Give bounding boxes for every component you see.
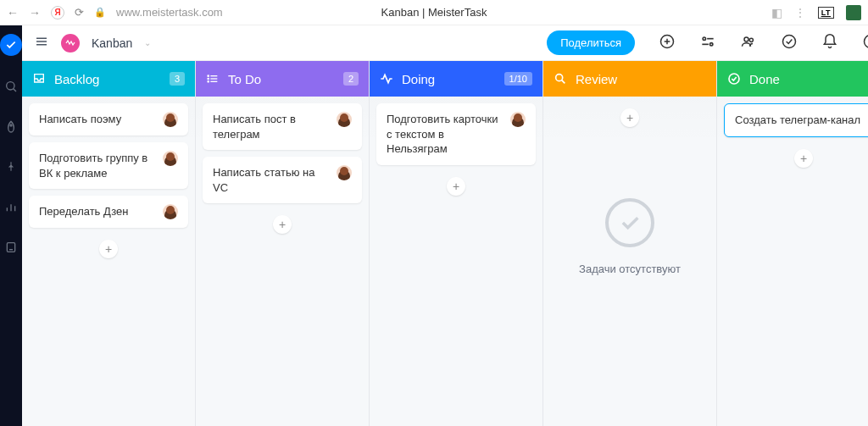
inbox-icon	[32, 72, 46, 86]
svg-point-20	[749, 38, 753, 41]
column-title: To Do	[228, 72, 261, 86]
bookmark-icon[interactable]: ◧	[771, 6, 782, 19]
bell-icon[interactable]	[821, 33, 838, 53]
column-header[interactable]: Done	[717, 61, 868, 97]
add-card-button[interactable]: +	[447, 177, 465, 196]
svg-point-21	[783, 35, 796, 47]
svg-point-30	[556, 75, 563, 81]
task-card[interactable]: Написать пост в телеграм	[203, 103, 362, 150]
topbar: Kanban ⌄ Поделиться	[22, 25, 868, 61]
browser-back-icon[interactable]: ←	[7, 6, 19, 19]
app-sidebar	[0, 25, 22, 426]
reload-icon[interactable]: ⟳	[75, 6, 84, 19]
svg-line-1	[14, 89, 16, 91]
add-card-button[interactable]: +	[273, 215, 292, 234]
svg-rect-7	[7, 243, 14, 252]
lock-icon: 🔒	[94, 7, 106, 18]
column-header[interactable]: Backlog 3	[22, 61, 195, 97]
browser-forward-icon[interactable]: →	[29, 6, 41, 19]
column-title: Backlog	[54, 72, 99, 86]
app-logo-icon[interactable]	[0, 34, 22, 56]
assignee-avatar	[510, 112, 526, 127]
svg-point-2	[10, 124, 12, 126]
add-card-button[interactable]: +	[794, 149, 813, 168]
svg-point-19	[744, 37, 748, 41]
check-circle-icon[interactable]	[781, 33, 798, 53]
add-icon[interactable]	[659, 33, 676, 53]
check-circle-icon	[727, 72, 741, 86]
notes-icon[interactable]	[4, 241, 18, 257]
task-card[interactable]: Подготовить карточки с текстом в Нельзяг…	[376, 103, 536, 165]
address-bar[interactable]: www.meistertask.com	[116, 6, 223, 19]
column-backlog: Backlog 3 Написать поэму Подготовить гру…	[22, 61, 196, 426]
svg-point-22	[865, 35, 869, 47]
list-icon	[206, 72, 220, 86]
add-card-button[interactable]: +	[99, 240, 118, 258]
column-header[interactable]: To Do 2	[196, 61, 369, 97]
task-card[interactable]: Переделать Дзен	[29, 196, 188, 228]
browser-bar: ← → Я ⟳ 🔒 www.meistertask.com Kanban | M…	[0, 0, 868, 25]
help-icon[interactable]	[862, 33, 868, 53]
svg-point-17	[710, 42, 713, 45]
members-icon[interactable]	[740, 33, 757, 53]
svg-line-31	[562, 80, 565, 84]
automations-icon[interactable]	[699, 33, 716, 53]
task-card[interactable]: Написать статью на VC	[203, 157, 362, 203]
column-count: 2	[343, 72, 359, 86]
svg-point-0	[7, 82, 14, 90]
search-icon	[554, 72, 567, 86]
pin-icon[interactable]	[5, 161, 17, 176]
browser-menu-icon[interactable]: ⋮	[794, 6, 806, 19]
assignee-avatar	[163, 204, 178, 219]
hamburger-icon[interactable]	[34, 34, 49, 53]
assignee-avatar	[337, 112, 352, 127]
share-button[interactable]: Поделиться	[547, 30, 635, 55]
svg-point-28	[208, 78, 209, 79]
column-done: Done Создать телеграм-канал +	[717, 61, 868, 426]
pulse-icon	[380, 72, 393, 86]
column-header[interactable]: Doing 1/10	[370, 61, 542, 97]
svg-point-15	[703, 37, 705, 40]
page-title: Kanban | MeisterTask	[381, 6, 487, 19]
empty-state: Задачи отсутствуют	[550, 139, 709, 419]
column-count: 3	[170, 72, 185, 86]
task-card[interactable]: Создать телеграм-канал	[724, 103, 868, 137]
project-avatar-icon[interactable]	[61, 34, 80, 53]
extension-lt[interactable]: LT	[818, 7, 834, 19]
task-card[interactable]: Написать поэму	[29, 103, 188, 136]
column-review: Review + Задачи отсутствуют	[543, 61, 717, 426]
empty-text: Задачи отсутствуют	[579, 263, 681, 275]
column-count: 1/10	[504, 72, 532, 86]
svg-point-27	[208, 75, 209, 76]
assignee-avatar	[163, 112, 178, 127]
extension-2[interactable]	[846, 5, 861, 20]
reports-icon[interactable]	[4, 200, 18, 217]
column-title: Done	[749, 72, 780, 86]
rocket-icon[interactable]	[4, 120, 18, 137]
assignee-avatar	[337, 165, 352, 180]
project-name[interactable]: Kanban	[92, 36, 132, 50]
yandex-logo-icon[interactable]: Я	[51, 6, 64, 19]
svg-point-29	[208, 81, 209, 82]
assignee-avatar	[163, 151, 178, 166]
kanban-board: Backlog 3 Написать поэму Подготовить гру…	[22, 61, 868, 426]
column-todo: To Do 2 Написать пост в телеграм Написат…	[196, 61, 370, 426]
column-header[interactable]: Review	[543, 61, 716, 97]
column-title: Doing	[402, 72, 435, 86]
column-title: Review	[576, 72, 617, 86]
search-icon[interactable]	[4, 80, 18, 97]
column-doing: Doing 1/10 Подготовить карточки с тексто…	[370, 61, 543, 426]
chevron-down-icon[interactable]: ⌄	[144, 38, 151, 47]
task-card[interactable]: Подготовить группу в ВК к рекламе	[29, 142, 188, 189]
add-card-button[interactable]: +	[620, 108, 639, 127]
empty-check-icon	[605, 198, 654, 247]
